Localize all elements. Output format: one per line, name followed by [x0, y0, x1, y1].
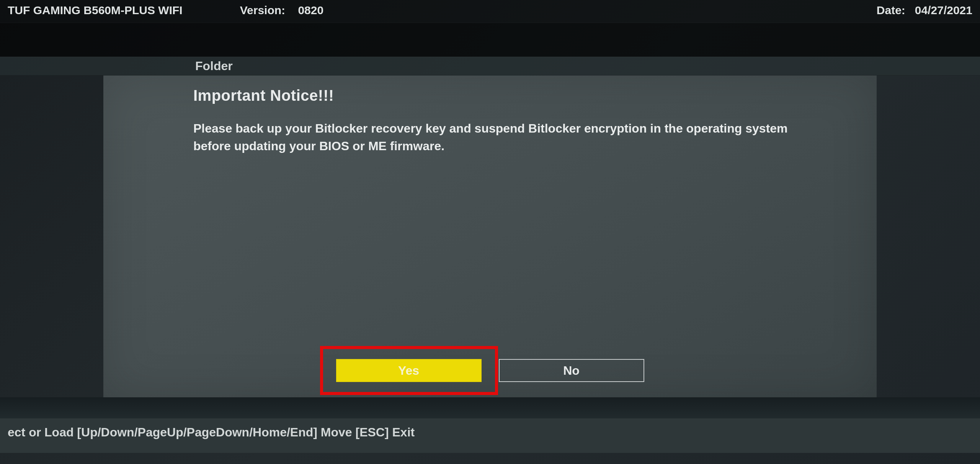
yes-button[interactable]: Yes — [336, 359, 482, 382]
date-value: 04/27/2021 — [915, 4, 972, 16]
bios-version: Version: 0820 — [240, 4, 323, 17]
version-label: Version: — [240, 4, 285, 16]
bios-date: Date: 04/27/2021 — [877, 4, 972, 17]
folder-column-header: Folder — [0, 57, 980, 75]
date-label: Date: — [877, 4, 905, 16]
no-button[interactable]: No — [499, 359, 644, 382]
dialog-button-row: Yes No — [103, 359, 877, 382]
footer-key-hints: ect or Load [Up/Down/PageUp/PageDown/Hom… — [0, 418, 980, 453]
notice-body: Please back up your Bitlocker recovery k… — [193, 120, 806, 155]
notice-title: Important Notice!!! — [193, 87, 838, 104]
notice-dialog: Important Notice!!! Please back up your … — [103, 75, 877, 397]
version-value: 0820 — [298, 4, 323, 16]
board-model: TUF GAMING B560M-PLUS WIFI — [8, 4, 183, 17]
header-spacer — [0, 23, 980, 57]
bios-header: TUF GAMING B560M-PLUS WIFI Version: 0820… — [0, 0, 980, 23]
panel-bottom-strip — [0, 397, 980, 418]
